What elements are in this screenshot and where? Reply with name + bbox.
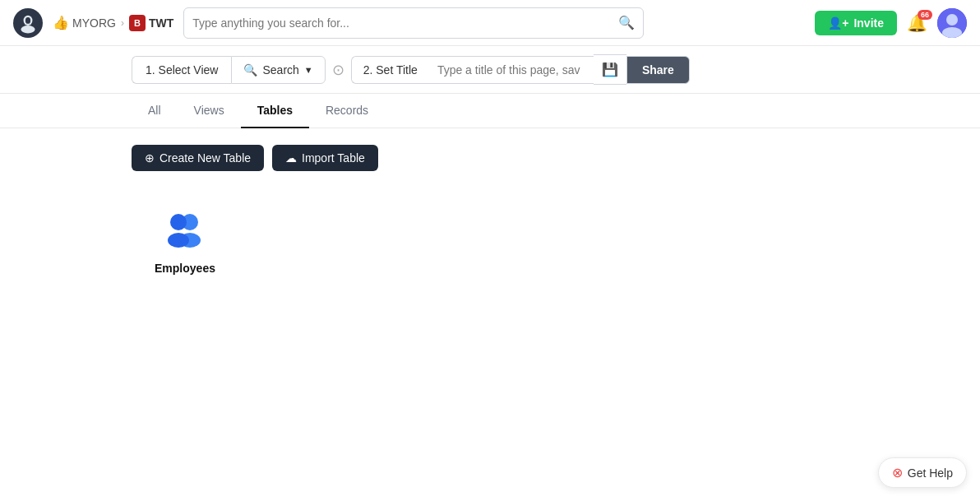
svg-point-5 [946, 14, 958, 26]
header: 👍 MYORG › B TWT 🔍 👤+ Invite 🔔 66 [0, 0, 980, 46]
main-content: ⊕ Create New Table ☁ Import Table Employ [0, 128, 980, 304]
invite-icon: 👤+ [828, 16, 848, 30]
svg-point-10 [168, 233, 189, 248]
tables-grid: Employees [132, 196, 848, 288]
toolbar: 1. Select View 🔍 Search ▼ ⊙ 2. Set Title… [0, 46, 980, 94]
chevron-down-icon: ▼ [304, 65, 313, 75]
set-title-label: 2. Set Title [351, 56, 429, 84]
notification-button[interactable]: 🔔 66 [907, 13, 927, 33]
svg-point-9 [170, 214, 187, 230]
global-search[interactable]: 🔍 [183, 7, 644, 39]
arrow-right-icon: ⊙ [332, 61, 344, 79]
import-table-button[interactable]: ☁ Import Table [272, 145, 378, 171]
project-badge: B [129, 15, 146, 31]
search-button[interactable]: 🔍 Search ▼ [231, 56, 325, 84]
org-name[interactable]: 👍 MYORG [53, 15, 116, 30]
invite-button[interactable]: 👤+ Invite [815, 11, 897, 35]
tab-tables[interactable]: Tables [241, 94, 309, 128]
tabs: All Views Tables Records [0, 94, 980, 128]
project-name[interactable]: B TWT [129, 15, 173, 31]
notification-badge: 66 [918, 10, 932, 20]
svg-point-3 [25, 17, 30, 24]
tab-all[interactable]: All [132, 94, 178, 128]
user-avatar[interactable] [937, 8, 967, 38]
svg-point-2 [21, 26, 35, 33]
app-logo[interactable] [13, 8, 43, 38]
select-view-button[interactable]: 1. Select View [132, 56, 231, 84]
breadcrumb-separator: › [121, 17, 124, 29]
search-icon: 🔍 [618, 15, 635, 30]
breadcrumb: 👍 MYORG › B TWT [53, 15, 173, 31]
action-buttons: ⊕ Create New Table ☁ Import Table [132, 145, 848, 171]
table-card-employees[interactable]: Employees [132, 196, 238, 288]
search-icon: 🔍 [243, 63, 257, 77]
tab-records[interactable]: Records [309, 94, 385, 128]
save-icon[interactable]: 💾 [594, 54, 626, 85]
create-new-table-button[interactable]: ⊕ Create New Table [132, 145, 264, 171]
employees-table-icon [159, 209, 211, 253]
plus-icon: ⊕ [145, 151, 155, 165]
search-input[interactable] [192, 16, 618, 30]
page-title-input[interactable] [429, 56, 594, 84]
upload-icon: ☁ [285, 151, 297, 165]
table-name-employees: Employees [155, 262, 215, 275]
tab-views[interactable]: Views [178, 94, 241, 128]
header-right: 👤+ Invite 🔔 66 [815, 8, 967, 38]
share-button[interactable]: Share [626, 56, 690, 84]
